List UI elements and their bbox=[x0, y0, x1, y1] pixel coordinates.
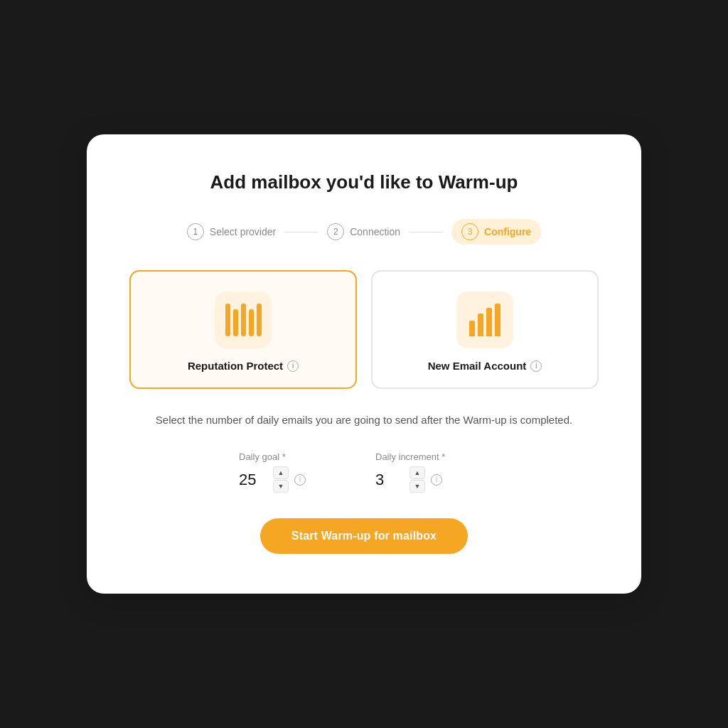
fields-row: Daily goal * 25 ▲ ▼ i Daily increment * … bbox=[129, 451, 599, 493]
stepper: 1 Select provider 2 Connection 3 Configu… bbox=[129, 219, 599, 245]
reputation-protect-label: Reputation Protect i bbox=[188, 360, 299, 372]
daily-goal-increment[interactable]: ▲ bbox=[273, 466, 289, 479]
daily-increment-spinner: ▲ ▼ bbox=[410, 466, 425, 493]
daily-increment-field: Daily increment * 3 ▲ ▼ i bbox=[375, 451, 489, 493]
new-email-icon-wrap bbox=[456, 291, 513, 348]
daily-goal-value: 25 bbox=[239, 471, 267, 489]
step-1-circle: 1 bbox=[187, 223, 204, 240]
daily-increment-increment[interactable]: ▲ bbox=[410, 466, 425, 479]
subtitle-text: Select the number of daily emails you ar… bbox=[129, 412, 599, 429]
daily-goal-label: Daily goal * bbox=[239, 451, 353, 462]
step-2: 2 Connection bbox=[327, 223, 400, 240]
start-warmup-button[interactable]: Start Warm-up for mailbox bbox=[260, 518, 468, 554]
step-3-label: Configure bbox=[484, 226, 531, 237]
step-1-label: Select provider bbox=[210, 226, 276, 237]
daily-goal-spinner: ▲ ▼ bbox=[273, 466, 289, 493]
reputation-protect-info-icon[interactable]: i bbox=[287, 360, 299, 372]
daily-increment-decrement[interactable]: ▼ bbox=[410, 480, 425, 493]
daily-goal-input-row: 25 ▲ ▼ i bbox=[239, 466, 353, 493]
page-title: Add mailbox you'd like to Warm-up bbox=[129, 171, 599, 193]
step-divider-1 bbox=[284, 232, 318, 232]
daily-goal-field: Daily goal * 25 ▲ ▼ i bbox=[239, 451, 353, 493]
daily-increment-info-icon[interactable]: i bbox=[431, 474, 442, 486]
reputation-protect-icon-wrap bbox=[215, 291, 272, 348]
daily-increment-input-row: 3 ▲ ▼ i bbox=[375, 466, 489, 493]
new-email-account-icon bbox=[469, 304, 500, 336]
step-divider-2 bbox=[409, 232, 443, 232]
provider-card-new-email[interactable]: New Email Account i bbox=[371, 270, 599, 389]
daily-increment-value: 3 bbox=[375, 471, 404, 489]
step-2-circle: 2 bbox=[327, 223, 344, 240]
provider-card-reputation-protect[interactable]: Reputation Protect i bbox=[129, 270, 357, 389]
step-3: 3 Configure bbox=[451, 219, 541, 245]
step-3-circle: 3 bbox=[461, 223, 478, 240]
daily-increment-label: Daily increment * bbox=[375, 451, 489, 462]
new-email-label: New Email Account i bbox=[428, 360, 542, 372]
step-1: 1 Select provider bbox=[187, 223, 276, 240]
new-email-info-icon[interactable]: i bbox=[530, 360, 542, 372]
reputation-protect-icon bbox=[225, 304, 262, 336]
daily-goal-decrement[interactable]: ▼ bbox=[273, 480, 289, 493]
provider-cards: Reputation Protect i New Email Account i bbox=[129, 270, 599, 389]
daily-goal-info-icon[interactable]: i bbox=[294, 474, 306, 486]
main-card: Add mailbox you'd like to Warm-up 1 Sele… bbox=[87, 134, 641, 594]
step-2-label: Connection bbox=[350, 226, 400, 237]
